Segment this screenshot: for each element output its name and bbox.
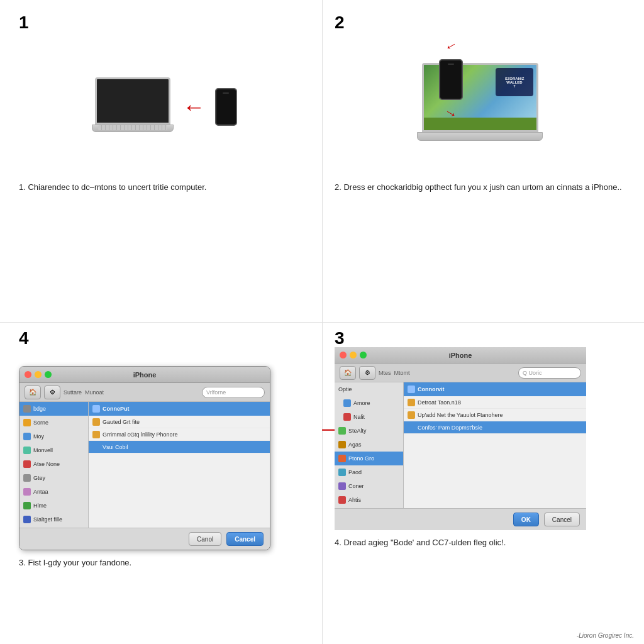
sidebar-header-left[interactable]: bdge — [19, 402, 88, 416]
laptop-keyboard-1 — [98, 125, 167, 130]
cancel-btn-right[interactable]: Cancel — [544, 513, 580, 526]
sidebar-header-label-left: bdge — [33, 406, 46, 412]
step2-illustration: SZORANIZWALLED7 → → — [335, 38, 625, 176]
search-box-right[interactable]: Q Uoric — [518, 367, 581, 379]
horizontal-divider — [0, 322, 644, 323]
dialog-right-toolbar: 🏠 ⚙ Mtes Mtomt Q Uoric — [335, 364, 586, 382]
cancel-btn-left-2[interactable]: Cancel — [226, 532, 264, 546]
dialog-right-titlebar: iPhone — [335, 347, 586, 364]
sidebar-item-atse[interactable]: Atse None — [19, 457, 88, 471]
sidebar-item-nalit[interactable]: Nalit — [335, 410, 403, 424]
watermark: -Lioron Grogirec Inc. — [577, 632, 634, 639]
sidebar-label-gtey: Gtey — [33, 475, 45, 481]
close-button-right[interactable] — [340, 352, 347, 358]
settings-button-right[interactable]: ⚙ — [359, 366, 375, 380]
step1-number: 1 — [19, 13, 29, 33]
toolbar-label2-left: Munoat — [85, 389, 104, 396]
dialog-left-footer: Canol Cancel — [19, 528, 270, 550]
home-button-left[interactable]: 🏠 — [25, 386, 41, 399]
toolbar-label1-right: Mtes — [379, 370, 391, 376]
main-panel-right: Connorvit Detroat Taon.n18 Up'add Net th… — [404, 382, 586, 508]
sidebar-icon-amore — [343, 399, 351, 407]
sidebar-item-monvell[interactable]: Monvell — [19, 443, 88, 457]
sidebar-item-ptono[interactable]: Ptono Gro — [335, 452, 403, 465]
arrow-curve-down-icon: → — [441, 103, 461, 124]
step3-text: 3. Fist l-gdy your your fandone. — [19, 557, 131, 569]
sidebar-icon-coner — [338, 482, 346, 490]
panel-row-left-3[interactable]: Vsui Cobil — [89, 441, 270, 453]
home-button-right[interactable]: 🏠 — [340, 366, 356, 380]
dialog-right-title: iPhone — [449, 352, 472, 359]
sidebar-item-gtey[interactable]: Gtey — [19, 471, 88, 485]
panel-label-left-3: Vsui Cobil — [103, 444, 128, 450]
sidebar-item-sialtget[interactable]: Sialtget fille — [19, 513, 88, 526]
sidebar-label-moy: Moy — [33, 433, 44, 440]
minimize-button-left[interactable] — [35, 371, 42, 378]
search-box-left[interactable]: Vrlforne — [202, 387, 265, 398]
sidebar-label-ahtis: Ahtis — [348, 497, 361, 503]
panel-row-right-3[interactable]: Confos' Pam Dopmst'bsie — [404, 421, 586, 434]
sidebar-item-sorne[interactable]: Sorne — [19, 416, 88, 430]
panel-header-right: Connorvit — [404, 382, 586, 396]
phone-1 — [215, 88, 237, 126]
dialog-right-footer: OK Cancel — [335, 508, 586, 530]
toolbar-label1-left: Suttare — [64, 389, 82, 396]
sidebar-icon-antaa — [23, 488, 31, 496]
sidebar-item-hlme[interactable]: Hlme — [19, 499, 88, 513]
sidebar-icon-monvell — [23, 447, 31, 454]
panel-row-left-1[interactable]: Gauted Grt fite — [89, 416, 270, 428]
panel-icon-right-3 — [408, 424, 415, 431]
laptop-1 — [92, 77, 174, 137]
sidebar-left: bdge Sorne Moy Monvell — [19, 402, 89, 528]
panel-icon-left-3 — [92, 443, 100, 451]
sidebar-icon-ptono — [338, 455, 346, 462]
maximize-button-left[interactable] — [45, 371, 52, 378]
sidebar-icon-sialtget — [23, 516, 31, 523]
step2-text: 2. Dress er chockaridbig opthect fun you… — [335, 181, 622, 194]
sidebar-item-agas[interactable]: Agas — [335, 438, 403, 452]
panel-row-right-2[interactable]: Up'add Net the Yauulot Ftanohere — [404, 409, 586, 421]
step4-number: 4 — [19, 328, 29, 348]
panel-icon-left-1 — [92, 418, 100, 426]
panel-icon-left-2 — [92, 431, 100, 438]
sidebar-item-coner[interactable]: Coner — [335, 479, 403, 493]
sidebar-label-paod: Paod — [348, 469, 362, 475]
panel-header-left: ConnePut — [89, 402, 270, 416]
sidebar-item-stealty[interactable]: SteAlty — [335, 424, 403, 438]
sidebar-item-ahtis[interactable]: Ahtis — [335, 493, 403, 507]
maximize-button-right[interactable] — [360, 352, 367, 358]
panel-label-right-3: Confos' Pam Dopmst'bsie — [418, 425, 482, 431]
sidebar-header-icon-left — [23, 405, 31, 413]
sidebar-item-amore[interactable]: Amore — [335, 396, 403, 410]
sidebar-label-sialtget: Sialtget fille — [33, 516, 62, 523]
minimize-button-right[interactable] — [350, 352, 357, 358]
laptop-game-body — [417, 132, 543, 141]
sidebar-header-right[interactable]: Optie — [335, 382, 403, 396]
laptop-screen-1 — [95, 77, 170, 125]
phone-2 — [439, 59, 463, 100]
sidebar-icon-stealty — [338, 427, 346, 435]
panel-icon-right-1 — [408, 399, 415, 406]
sidebar-icon-agas — [338, 441, 346, 448]
sidebar-icon-paod — [338, 469, 346, 476]
panel-label-right-2: Up'add Net the Yauulot Ftanohere — [418, 412, 502, 418]
close-button-left[interactable] — [25, 371, 31, 378]
panel-header-label-right: Connorvit — [418, 386, 445, 392]
arrow-curve-up-icon: → — [441, 35, 461, 57]
dialog-right-content: Optie Amore Nalit SteAlty — [335, 382, 586, 508]
arrow-left-icon: ← — [183, 94, 206, 120]
panel-row-right-1[interactable]: Detroat Taon.n18 — [404, 396, 586, 409]
sidebar-label-nalit: Nalit — [353, 414, 365, 420]
panel-label-right-1: Detroat Taon.n18 — [418, 399, 461, 406]
sidebar-item-moy[interactable]: Moy — [19, 430, 88, 443]
sidebar-item-antaa[interactable]: Antaa — [19, 485, 88, 499]
settings-button-left[interactable]: ⚙ — [44, 386, 60, 399]
ok-btn-right[interactable]: OK — [513, 513, 539, 526]
sidebar-item-paod[interactable]: Paod — [335, 465, 403, 479]
sidebar-label-atse: Atse None — [33, 461, 60, 467]
panel-row-left-2[interactable]: Grrimmal cGtq lnlility Phonore — [89, 428, 270, 441]
sidebar-item-ghfano[interactable]: Ghfanoanting — [335, 507, 403, 508]
step3-number: 3 — [335, 328, 345, 348]
cancel-btn-left-1[interactable]: Canol — [189, 532, 221, 546]
step1-illustration: ← — [19, 38, 309, 176]
